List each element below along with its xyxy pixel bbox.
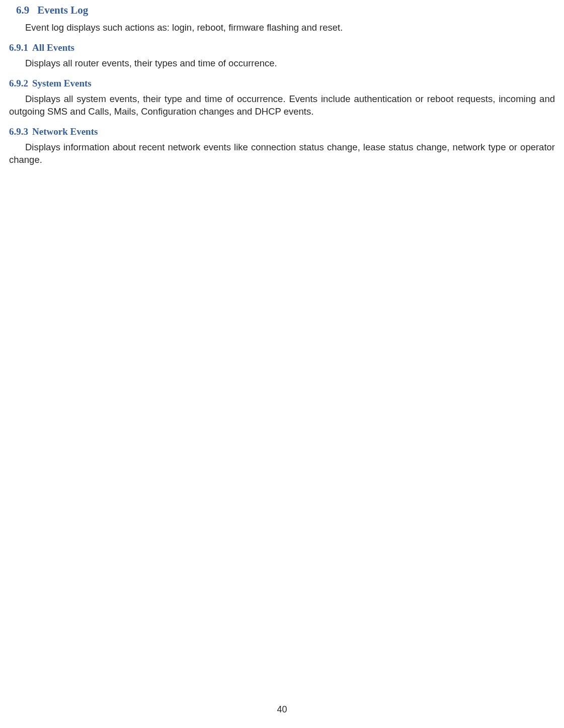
- section-intro-text: Event log displays such actions as: logi…: [9, 22, 555, 34]
- subsection-title: Network Events: [32, 126, 98, 137]
- section-number: 6.9: [16, 4, 29, 16]
- subsection-body: Displays information about recent networ…: [9, 141, 555, 166]
- subsection-heading: 6.9.3Network Events: [9, 126, 555, 137]
- page-number: 40: [0, 704, 564, 715]
- section-title: Events Log: [37, 4, 88, 16]
- subsection-number: 6.9.3: [9, 126, 28, 137]
- subsection-title: System Events: [32, 78, 92, 88]
- section-heading: 6.9Events Log: [9, 4, 555, 17]
- subsection-body: Displays all router events, their types …: [9, 57, 555, 70]
- subsection-number: 6.9.2: [9, 78, 28, 88]
- subsection-title: All Events: [32, 42, 74, 53]
- subsection-body: Displays all system events, their type a…: [9, 93, 555, 118]
- subsection-heading: 6.9.1All Events: [9, 42, 555, 53]
- subsection-heading: 6.9.2System Events: [9, 78, 555, 89]
- subsection-number: 6.9.1: [9, 42, 28, 53]
